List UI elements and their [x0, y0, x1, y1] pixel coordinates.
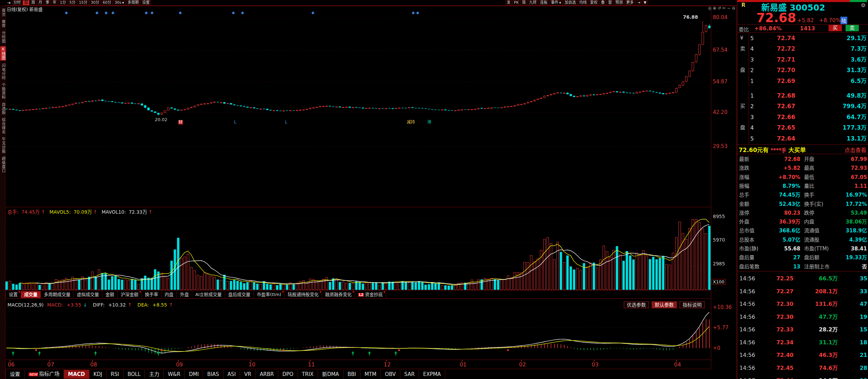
book-price[interactable]: 72.70	[768, 65, 795, 76]
sidebar-item-K线图[interactable]: K线图	[0, 46, 6, 61]
collapse-icon[interactable]: ⊖	[732, 6, 735, 11]
kline-chart-canvas[interactable]	[0, 0, 737, 379]
bottom-tab-新DMA[interactable]: 新DMA	[318, 370, 344, 379]
tool-button-PK[interactable]: PK	[513, 0, 520, 5]
buy-button[interactable]: 买	[829, 25, 842, 31]
tool-button-连板[interactable]: 连板	[539, 0, 549, 5]
period-button-周[interactable]: 周	[30, 0, 36, 5]
sell-button[interactable]: 卖	[846, 25, 859, 31]
bottom-tab-VR[interactable]: VR	[240, 370, 256, 379]
period-button-5分[interactable]: 5分	[68, 0, 77, 5]
gear-icon[interactable]: ⚙	[861, 2, 866, 9]
bottom-tab-指标广场[interactable]: NEW指标广场	[24, 369, 64, 379]
indicator-tab-融资融券变化[interactable]: 融资融券变化	[322, 291, 355, 298]
undo-icon[interactable]: ↺	[718, 6, 721, 11]
param-button-默认参数[interactable]: 默认参数	[652, 301, 677, 308]
tool-button-预测[interactable]: 预测	[614, 0, 624, 5]
bottom-tab-MTM[interactable]: MTM	[361, 370, 381, 379]
period-button-1分[interactable]: 1分	[59, 0, 67, 5]
scissors-icon[interactable]: ✂	[722, 6, 726, 11]
indicator-tab-盘后成交量[interactable]: 盘后成交量	[225, 291, 254, 298]
indicator-tab-资金抄底[interactable]: L2资金抄底	[355, 291, 386, 298]
param-button-优选参数[interactable]: 优选参数	[624, 301, 649, 308]
bottom-tab-EXPMA[interactable]: EXPMA	[419, 370, 445, 379]
bottom-tab-主力[interactable]: 主力	[145, 370, 164, 379]
bottom-tab-MACD[interactable]: MACD	[64, 370, 89, 379]
tool-button-均线[interactable]: 均线	[578, 0, 588, 5]
period-button-15分[interactable]: 15分	[78, 0, 89, 5]
tool-button-事件[interactable]: 事件▼	[550, 0, 563, 5]
bottom-tab-RSI[interactable]: RSI	[107, 370, 123, 379]
tool-button-更多[interactable]: 更多	[625, 0, 635, 5]
indicator-tab-设置[interactable]: 设置	[5, 291, 21, 298]
bottom-tab-ARBR[interactable]: ARBR	[256, 370, 278, 379]
book-price[interactable]: 72.66	[768, 112, 795, 122]
tool-button-窗[interactable]: 窗	[607, 0, 613, 5]
event-marker-财[interactable]: 财	[178, 120, 183, 125]
book-price[interactable]: 72.71	[768, 54, 795, 65]
bottom-tab-KDJ[interactable]: KDJ	[89, 370, 107, 379]
period-button-年[interactable]: 年	[51, 0, 58, 5]
period-button-60分[interactable]: 60分	[101, 0, 113, 5]
tool-button-▼[interactable]: ▼	[642, 0, 648, 5]
period-button-季[interactable]: 季	[44, 0, 51, 5]
period-button-月[interactable]: 月	[37, 0, 44, 5]
bottom-tab-OBV[interactable]: OBV	[381, 370, 400, 379]
period-button-30分[interactable]: 30分	[89, 0, 101, 5]
indicator-tab-多周期成交量[interactable]: 多周期成交量	[41, 291, 74, 298]
book-price[interactable]: 72.74	[768, 33, 795, 44]
param-button-指标说明[interactable]: 指标说明	[680, 301, 705, 308]
event-marker-L[interactable]: L	[285, 120, 287, 125]
indicator-tab-虚拟成交量[interactable]: 虚拟成交量	[74, 291, 102, 298]
indicator-tab-内盘[interactable]: 内盘	[162, 291, 177, 298]
tool-button-加自选[interactable]: 加自选	[563, 0, 577, 5]
bottom-tab-W&R[interactable]: W&R	[164, 370, 185, 379]
bottom-tab-DMI[interactable]: DMI	[185, 370, 203, 379]
sidebar-item-推荐[interactable]: 推荐	[0, 20, 6, 28]
book-price[interactable]: 72.64	[768, 133, 795, 144]
tool-button-九转[interactable]: 九转	[528, 0, 538, 5]
book-price[interactable]: 72.67	[768, 101, 795, 112]
bottom-tab-BIAS[interactable]: BIAS	[203, 370, 223, 379]
bottom-tab-TRIX[interactable]: TRIX	[298, 370, 318, 379]
indicator-tab-成交量[interactable]: 成交量	[21, 291, 41, 298]
tool-button-发[interactable]: 发	[505, 0, 512, 5]
indicator-tab-AI立桩成交量[interactable]: AI立桩成交量	[192, 291, 225, 298]
bottom-tab-设置[interactable]: 设置	[5, 370, 24, 379]
add-icon[interactable]: ⊕	[713, 6, 716, 11]
indicator-tab-市盈率(ttm)[interactable]: 市盈率(ttm)	[254, 291, 285, 298]
bottom-tab-BBI[interactable]: BBI	[344, 370, 361, 379]
view-detail-link[interactable]: 点击查看	[845, 146, 866, 154]
tool-button-简[interactable]: 简	[521, 0, 527, 5]
jump-icon[interactable]: ⇥	[7, 0, 11, 5]
period-button-分时[interactable]: 分时	[12, 0, 22, 5]
bottom-tab-ASI[interactable]: ASI	[223, 370, 240, 379]
event-marker-减持[interactable]: 减持	[407, 120, 415, 125]
bottom-tab-SAR[interactable]: SAR	[400, 370, 419, 379]
sidebar-item-闪电分时[interactable]: 闪电分时	[0, 64, 6, 80]
period-button-设置[interactable]: 设置	[141, 0, 151, 5]
sidebar-item-超级盘口[interactable]: 超级盘口	[0, 156, 6, 173]
indicator-tab-沪深金额[interactable]: 沪深金额	[118, 291, 142, 298]
event-marker-L[interactable]: L	[234, 120, 236, 125]
indicator-tab-换手率[interactable]: 换手率	[142, 291, 162, 298]
sidebar-item-个股资料[interactable]: 个股资料	[0, 83, 6, 99]
sidebar-item-首页[interactable]: 首页	[0, 9, 6, 17]
book-price[interactable]: 72.65	[768, 122, 795, 133]
period-button-30s[interactable]: 30s▼	[113, 0, 126, 5]
indicator-tab-金额[interactable]: 金额	[102, 291, 118, 298]
indicator-tab-外盘[interactable]: 外盘	[177, 291, 192, 298]
view-icon[interactable]: ◎	[708, 6, 711, 11]
event-marker-港[interactable]: 港	[427, 120, 431, 125]
book-price[interactable]: 72.69	[768, 76, 795, 86]
indicator-tab-陆股通持股变化[interactable]: 陆股通持股变化	[285, 291, 322, 298]
sidebar-item-分时图[interactable]: 分时图	[0, 31, 6, 43]
period-button-多周期[interactable]: 多周期	[126, 0, 140, 5]
tool-button-叠[interactable]: 叠	[600, 0, 606, 5]
tool-button-复权[interactable]: 复权	[589, 0, 599, 5]
book-price[interactable]: 72.68	[768, 90, 795, 101]
sidebar-item-牛叉诊股[interactable]: 牛叉诊股	[0, 137, 6, 153]
minus-icon[interactable]: −	[727, 6, 731, 11]
sidebar-item-自选股[interactable]: 自选股	[0, 102, 6, 115]
tool-button-⇥[interactable]: ⇥	[636, 0, 641, 5]
